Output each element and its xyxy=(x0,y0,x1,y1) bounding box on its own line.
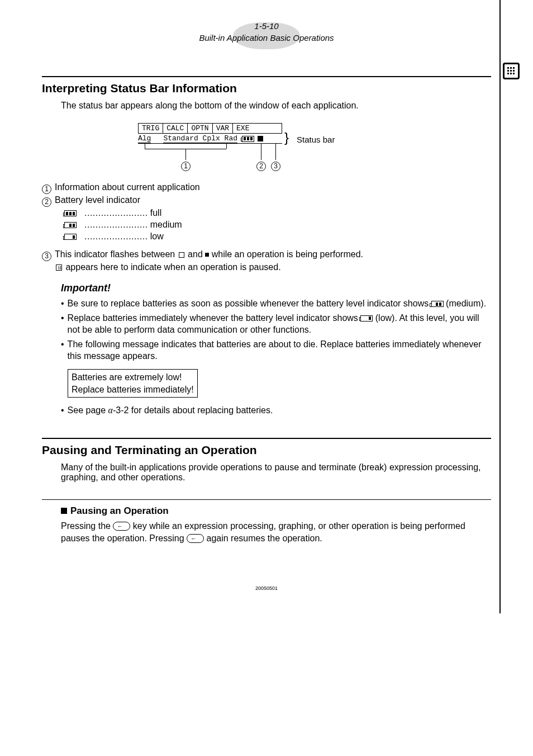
battery-low-row: low xyxy=(64,231,491,242)
footer-date: 20050501 xyxy=(42,585,491,591)
bullet-4: • See page α-3-2 for details about repla… xyxy=(61,404,491,417)
important-bullets: • Be sure to replace batteries as soon a… xyxy=(61,297,491,362)
dot-leader xyxy=(82,208,150,218)
legend-list: 1 Information about current application … xyxy=(42,182,491,272)
heading-important: Important! xyxy=(61,282,491,294)
status-bar-figure: TRIG CALC OPTN VAR EXE Alg Standard Cplx… xyxy=(138,123,395,179)
dot-leader xyxy=(82,220,150,230)
battery-medium-icon xyxy=(64,222,77,228)
back-key-icon xyxy=(187,534,204,543)
fig-battery-icon xyxy=(242,136,254,142)
circled-1-icon: 1 xyxy=(42,185,51,194)
intro-status-bar: The status bar appears along the bottom … xyxy=(61,101,491,111)
legend-3-line2: appears here to indicate when an operati… xyxy=(55,262,491,272)
page-header: 1-5-10 Built-in Application Basic Operat… xyxy=(42,20,491,44)
fig-callout-lines xyxy=(138,142,282,164)
legend-2-text: Battery level indicator xyxy=(55,195,140,205)
bullet-dot-icon: • xyxy=(61,338,64,362)
see-page-bullet: • See page α-3-2 for details about repla… xyxy=(61,404,491,417)
circled-2-icon: 2 xyxy=(42,197,51,207)
callout-3-icon: 3 xyxy=(271,162,280,171)
battery-low-icon xyxy=(64,234,77,240)
filled-square-icon xyxy=(205,253,209,257)
low-battery-message-box: Batteries are extremely low! Replace bat… xyxy=(68,369,198,398)
square-bullet-icon xyxy=(61,508,67,514)
fig-brace-label: Status bar xyxy=(297,135,335,144)
msg-line-2: Replace batteries immediately! xyxy=(72,384,194,396)
page-number: 1-5-10 xyxy=(42,20,491,32)
pause-square-icon xyxy=(56,264,62,271)
callout-1-icon: 1 xyxy=(181,162,191,171)
battery-medium-row: medium xyxy=(64,220,491,230)
circled-3-icon: 3 xyxy=(42,252,51,261)
callout-2-icon: 2 xyxy=(256,162,266,171)
subheading-pausing: Pausing an Operation xyxy=(61,505,491,517)
battery-medium-icon xyxy=(431,301,444,307)
legend-item-3: 3 This indicator flashes between and whi… xyxy=(42,249,491,260)
bullet-dot-icon: • xyxy=(61,312,64,336)
heading-status-bar: Interpreting Status Bar Information xyxy=(42,82,491,95)
pausing-paragraph: Pressing the key while an expression pro… xyxy=(61,520,491,545)
bullet-dot-icon: • xyxy=(61,297,64,310)
dot-leader xyxy=(82,231,150,242)
fig-tabstrip: TRIG CALC OPTN VAR EXE xyxy=(138,123,282,134)
section-title: Built-in Application Basic Operations xyxy=(42,32,491,44)
legend-1-text: Information about current application xyxy=(55,182,200,192)
battery-full-icon xyxy=(64,210,77,216)
msg-line-1: Batteries are extremely low! xyxy=(72,371,194,384)
intro-pausing: Many of the built-in applications provid… xyxy=(61,462,491,483)
fig-tab: CALC xyxy=(163,124,188,133)
bullet-3: • The following message indicates that b… xyxy=(61,338,491,362)
empty-square-icon xyxy=(179,252,184,258)
battery-low-label: low xyxy=(150,231,164,242)
legend-item-1: 1 Information about current application xyxy=(42,182,491,193)
fig-brace: } xyxy=(284,133,289,143)
battery-medium-label: medium xyxy=(150,220,182,230)
bullet-dot-icon: • xyxy=(61,404,64,417)
bullet-1: • Be sure to replace batteries as soon a… xyxy=(61,297,491,310)
alpha-glyph: α xyxy=(108,405,113,415)
rule-3 xyxy=(42,499,491,500)
fig-tab: EXE xyxy=(233,124,253,133)
rule-1 xyxy=(42,76,491,77)
heading-pausing: Pausing and Terminating an Operation xyxy=(42,443,491,457)
back-key-icon xyxy=(113,522,130,531)
fig-busy-icon xyxy=(258,136,263,141)
fig-tab: TRIG xyxy=(139,124,163,133)
fig-tab: VAR xyxy=(213,124,233,133)
legend-3-line1: This indicator flashes between and while… xyxy=(55,249,363,259)
page-content: 1-5-10 Built-in Application Basic Operat… xyxy=(0,0,533,613)
battery-full-label: full xyxy=(150,208,161,218)
battery-level-list: full medium low xyxy=(64,208,491,242)
legend-item-2: 2 Battery level indicator xyxy=(42,195,491,206)
rule-2 xyxy=(42,438,491,439)
fig-tab: OPTN xyxy=(188,124,212,133)
battery-full-row: full xyxy=(64,208,491,218)
battery-low-icon xyxy=(360,315,373,322)
bullet-2: • Replace batteries immediately whenever… xyxy=(61,312,491,336)
